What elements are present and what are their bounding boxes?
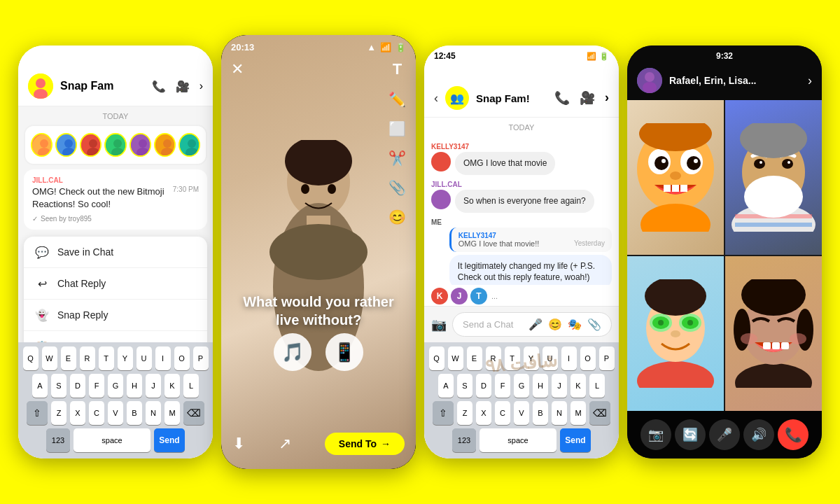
key-g[interactable]: G [108,374,123,398]
p3-key-h[interactable]: H [533,374,548,398]
p3-key-shift[interactable]: ⇧ [433,401,454,425]
phone3-avatars-row: K J T ... [424,285,619,306]
phone4-end-call-button[interactable]: 📞 [778,419,808,450]
draw-tool-icon[interactable]: ✏️ [388,91,406,108]
send-to-button[interactable]: Send To → [325,433,405,455]
key-x[interactable]: X [70,401,85,425]
key-m[interactable]: M [164,401,180,425]
key-l[interactable]: L [183,374,199,398]
phone3-input-field[interactable]: Send a Chat 🎤 😊 🎭 📎 [452,312,612,337]
p3-key-a[interactable]: A [438,374,454,398]
key-s[interactable]: S [51,374,66,398]
p3-key-k[interactable]: K [570,374,586,398]
text-tool-icon[interactable]: T [388,60,406,78]
phone-icon[interactable]: 📞 [152,80,166,93]
download-icon[interactable]: ⬇ [232,435,245,453]
key-o[interactable]: O [174,346,190,370]
key-i[interactable]: I [155,346,171,370]
p3-key-s[interactable]: S [457,374,472,398]
key-h[interactable]: H [127,374,142,398]
key-shift[interactable]: ⇧ [27,401,48,425]
phone4-more-icon[interactable]: › [808,74,812,88]
emoji-tool-icon[interactable]: 😊 [388,209,406,225]
p3-key-send[interactable]: Send [560,428,591,452]
key-b[interactable]: B [127,401,142,425]
key-123[interactable]: 123 [46,428,70,452]
choice-phone-icon[interactable]: 📱 [326,333,363,371]
emoji-icon[interactable]: 😊 [548,318,562,331]
phone3-video-icon[interactable]: 🎥 [580,90,595,106]
key-r[interactable]: R [80,346,95,370]
p3-key-x[interactable]: X [476,401,491,425]
p3-key-f[interactable]: F [495,374,510,398]
phone3-call-icon[interactable]: 📞 [554,90,570,106]
mic-icon[interactable]: 🎤 [528,318,542,331]
phone1-header: Snap Fam 📞 🎥 › [18,46,213,106]
svg-rect-41 [664,185,671,192]
key-a[interactable]: A [32,374,48,398]
attach-icon[interactable]: 📎 [587,318,601,331]
sticker-tool-icon[interactable]: ⬜ [388,120,406,137]
p3-key-j[interactable]: J [552,374,567,398]
choice-music-icon[interactable]: 🎵 [274,333,312,371]
key-backspace[interactable]: ⌫ [183,401,204,425]
key-f[interactable]: F [89,374,104,398]
phone3-back-icon[interactable]: ‹ [434,91,438,106]
phone4-camera-toggle[interactable]: 📷 [640,419,671,450]
p3-key-backspace[interactable]: ⌫ [589,401,610,425]
phone4-mute-toggle[interactable]: 🎤 [709,419,740,450]
key-j[interactable]: J [146,374,161,398]
key-z[interactable]: Z [51,401,66,425]
key-d[interactable]: D [70,374,85,398]
scissors-tool-icon[interactable]: ✂️ [388,150,406,167]
bitmoji-icon[interactable]: 🎭 [568,318,582,331]
key-e[interactable]: E [61,346,76,370]
key-u[interactable]: U [136,346,152,370]
key-c[interactable]: C [89,401,104,425]
key-send[interactable]: Send [154,428,185,452]
p3-key-g[interactable]: G [514,374,529,398]
phone3-more-icon[interactable]: › [605,90,609,106]
key-q[interactable]: Q [23,346,38,370]
key-v[interactable]: V [108,401,123,425]
more-icon[interactable]: › [200,80,203,93]
key-space[interactable]: space [74,428,150,452]
link-tool-icon[interactable]: 📎 [388,179,406,196]
p3-key-y[interactable]: Y [524,346,539,370]
key-t[interactable]: T [99,346,114,370]
p3-key-m[interactable]: M [570,401,586,425]
p3-key-b[interactable]: B [533,401,548,425]
p3-key-i[interactable]: I [561,346,577,370]
p3-key-u[interactable]: U [542,346,558,370]
p3-key-o[interactable]: O [580,346,596,370]
menu-snap-reply[interactable]: 👻 Snap Reply [24,300,207,331]
menu-save-in-chat[interactable]: 💬 Save in Chat [24,237,207,268]
phone2-close-button[interactable]: ✕ [231,60,244,78]
phone4-speaker[interactable]: 🔊 [743,419,774,450]
p3-key-r[interactable]: R [486,346,501,370]
p3-key-w[interactable]: W [448,346,463,370]
share-icon[interactable]: ↗ [279,435,291,453]
p3-key-c[interactable]: C [495,401,510,425]
phone4-flip-camera[interactable]: 🔄 [675,419,706,450]
key-p[interactable]: P [193,346,209,370]
p3-key-space[interactable]: space [479,428,556,452]
p3-key-t[interactable]: T [505,346,520,370]
key-y[interactable]: Y [118,346,133,370]
p3-key-e[interactable]: E [467,346,482,370]
menu-chat-reply[interactable]: ↩ Chat Reply [24,268,207,300]
key-n[interactable]: N [146,401,161,425]
phone3-camera-icon[interactable]: 📷 [431,317,447,332]
p3-key-v[interactable]: V [514,401,529,425]
svg-point-33 [643,82,657,93]
p3-key-123[interactable]: 123 [452,428,476,452]
key-k[interactable]: K [164,374,180,398]
p3-key-z[interactable]: Z [457,401,472,425]
key-w[interactable]: W [42,346,57,370]
p3-key-q[interactable]: Q [429,346,444,370]
video-icon[interactable]: 🎥 [176,80,190,93]
p3-key-d[interactable]: D [476,374,491,398]
p3-key-n[interactable]: N [552,401,567,425]
p3-key-l[interactable]: L [589,374,605,398]
p3-key-p[interactable]: P [599,346,615,370]
